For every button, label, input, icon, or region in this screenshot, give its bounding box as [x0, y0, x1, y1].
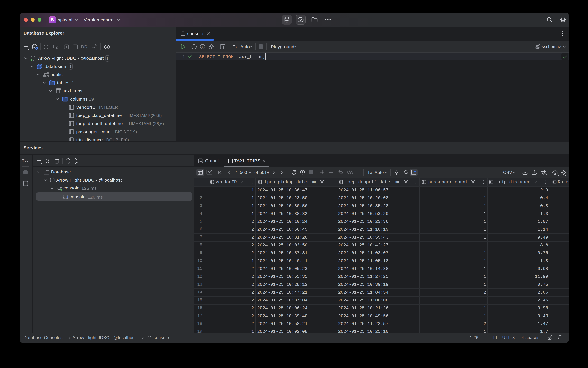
svg-text:p: p [202, 45, 203, 48]
